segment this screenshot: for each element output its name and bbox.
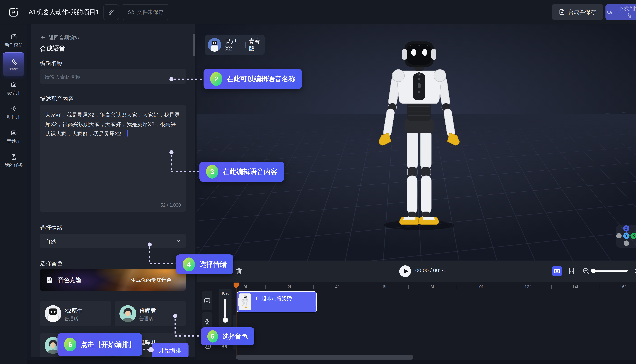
project-title: A1机器人动作-我的项目1 xyxy=(29,0,99,24)
app-logo-icon[interactable] xyxy=(8,6,20,18)
emotion-dropdown[interactable]: 自然 xyxy=(40,234,186,248)
motion-clip[interactable]: 超帅走路姿势 xyxy=(237,292,317,312)
ruler-label: 6f xyxy=(383,284,386,289)
sidebar-item-my-tasks[interactable]: 我的任务 xyxy=(0,154,27,168)
gizmo-z-axis[interactable]: Z xyxy=(623,225,629,232)
expression-track-button[interactable] xyxy=(202,291,212,310)
tooltip-step-badge: 6 xyxy=(64,338,76,352)
person-icon xyxy=(10,105,17,112)
rename-button[interactable] xyxy=(103,4,119,20)
sidebar-item-label: 音频编排 xyxy=(10,68,18,70)
sidebar-item-label: 我的任务 xyxy=(5,162,23,168)
volume-slider-track[interactable] xyxy=(224,299,226,320)
synthesize-save-button[interactable]: 合成并保存 xyxy=(552,4,603,20)
music-file-icon xyxy=(46,276,54,284)
timeline-ruler[interactable]: 0f2f4f6f8f10f12f14f16f xyxy=(242,284,636,292)
connector-line xyxy=(149,247,150,264)
ruler-tick xyxy=(313,285,313,289)
timeline-zoom-slider[interactable] xyxy=(591,270,628,272)
gizmo-neg-x[interactable] xyxy=(616,233,622,238)
tooltip-text: 在此可以编辑语音名称 xyxy=(227,74,295,84)
emotion-value: 自然 xyxy=(45,238,56,245)
voice-card-x2-native[interactable]: X2原生 普通话 xyxy=(40,301,111,326)
voice-language: 普通话 xyxy=(65,316,78,322)
clip-right-handle[interactable] xyxy=(314,298,315,306)
sidebar-item-label: 表情库 xyxy=(7,90,21,96)
clip-name: 超帅走路姿势 xyxy=(261,295,292,302)
ruler-label: 16f xyxy=(620,284,626,289)
material-name-input[interactable]: 请输入素材名称 xyxy=(40,69,186,84)
tooltip-text: 点击【开始编排】 xyxy=(81,340,136,349)
orientation-gizmo[interactable]: Z Y X xyxy=(616,225,636,248)
time-display: 00:00 / 00:30 xyxy=(415,268,446,274)
clip-left-handle[interactable] xyxy=(238,298,239,306)
sidebar: 动作模仿 音频编排 表情库 xyxy=(0,24,27,364)
content-field-label: 描述配音内容 xyxy=(40,95,74,102)
sidebar-item-label: 动作模仿 xyxy=(5,42,23,48)
zoom-in-icon[interactable] xyxy=(633,267,636,275)
ruler-label: 10f xyxy=(477,284,483,289)
ruler-label: 2f xyxy=(287,284,291,289)
delete-clip-button[interactable] xyxy=(235,267,243,275)
sidebar-item-motion-mimic[interactable]: 动作模仿 xyxy=(0,33,27,48)
start-arrange-button[interactable]: 开始编排 xyxy=(152,343,188,358)
tutorial-tooltip-4: 4 选择情绪 xyxy=(176,254,233,274)
gizmo-y-axis[interactable]: Y xyxy=(623,233,629,239)
ruler-tick xyxy=(456,285,456,289)
voice-clone-banner[interactable]: 音色克隆 生成你的专属音色 xyxy=(40,269,186,291)
snap-toggle-button[interactable] xyxy=(552,266,562,276)
ruler-tick xyxy=(551,285,552,289)
horizontal-scrollbar[interactable] xyxy=(236,355,413,360)
model-badge[interactable]: 灵犀X2 青春版 xyxy=(205,35,264,55)
timeline-tracks: 40% 0f2f4f6f8f10f12f14f16f xyxy=(196,282,636,364)
voice-name: 稚晖君 xyxy=(139,307,156,314)
volume-value: 40% xyxy=(218,291,231,296)
music-box-icon xyxy=(10,130,17,136)
connector-dot xyxy=(169,150,173,154)
ruler-tick xyxy=(361,285,361,289)
deploy-button[interactable]: 下发到设备 xyxy=(605,4,636,20)
clip-title-row: 超帅走路姿势 xyxy=(254,295,292,302)
sidebar-item-audio-arrange[interactable]: 音频编排 xyxy=(3,52,25,76)
avatar xyxy=(45,305,62,322)
badge-divider xyxy=(245,42,246,48)
clone-cta: 生成你的专属音色 xyxy=(131,276,171,284)
tooltip-text: 选择音色 xyxy=(222,332,248,341)
zoom-out-icon[interactable] xyxy=(582,267,590,275)
tutorial-tooltip-5: 5 选择音色 xyxy=(201,328,254,346)
connector-dot xyxy=(148,347,154,352)
robot-model[interactable] xyxy=(358,39,480,234)
sparkles-icon xyxy=(10,58,17,66)
connector-line xyxy=(171,155,172,171)
zoom-slider-knob[interactable] xyxy=(591,268,595,273)
sidebar-item-motion-library[interactable]: 动作库 xyxy=(0,105,27,120)
voice-language: 普通话 xyxy=(139,316,153,322)
bottom-strip xyxy=(0,360,636,364)
file-unsaved-label: 文件未保存 xyxy=(137,8,164,16)
ruler-tick xyxy=(408,285,409,289)
connector-dot xyxy=(173,314,177,318)
file-unsaved-button[interactable]: 文件未保存 xyxy=(122,4,169,20)
fit-timeline-button[interactable] xyxy=(567,267,576,275)
connector-line xyxy=(174,78,204,80)
panel-scrollbar[interactable] xyxy=(193,34,195,56)
task-clock-icon xyxy=(10,154,17,160)
volume-slider-knob[interactable] xyxy=(223,317,228,323)
gizmo-x-axis[interactable]: X xyxy=(631,233,636,239)
back-link[interactable]: 返回音频编排 xyxy=(40,34,79,41)
robot-viewport[interactable]: 灵犀X2 青春版 Z Y X xyxy=(196,24,636,260)
clip-thumbnail xyxy=(239,294,251,310)
connector-line xyxy=(150,263,177,264)
gizmo-neg-z[interactable] xyxy=(624,240,629,246)
app-root: A1机器人动作-我的项目1 文件未保存 xyxy=(0,0,636,364)
sidebar-item-audio-library[interactable]: 音频库 xyxy=(0,130,27,144)
panel-title: 合成语音 xyxy=(40,44,66,53)
voice-content-textarea[interactable]: 大家好，我是灵犀X2，很高兴认识大家，大家好，我是灵犀X2，很高兴认识大家，大家… xyxy=(40,105,186,212)
model-edition: 青春版 xyxy=(249,37,264,52)
voice-name: X2原生 xyxy=(65,307,83,314)
sidebar-item-expression-library[interactable]: 表情库 xyxy=(0,81,27,96)
play-button[interactable] xyxy=(399,265,411,277)
top-bar: A1机器人动作-我的项目1 文件未保存 xyxy=(0,0,636,24)
save-icon xyxy=(559,9,565,16)
avatar xyxy=(119,305,136,322)
